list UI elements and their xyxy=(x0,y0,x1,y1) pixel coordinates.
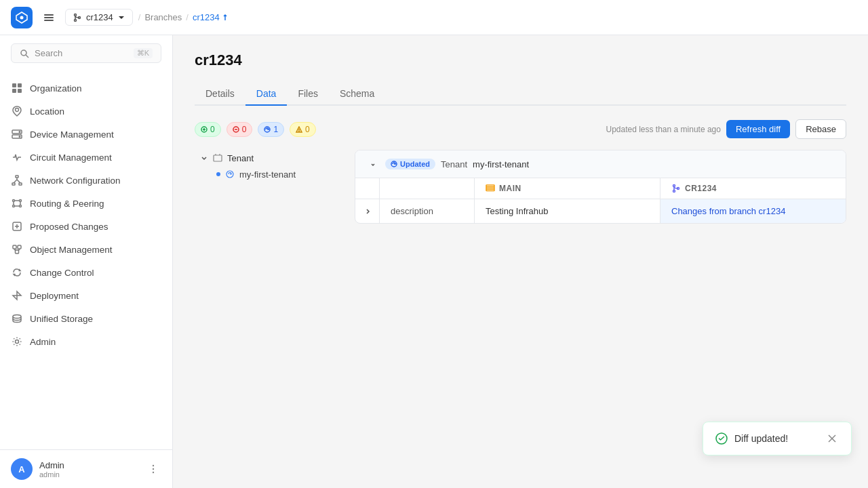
nav-icon-button[interactable] xyxy=(38,7,60,28)
object-icon xyxy=(11,243,23,256)
app-logo[interactable] xyxy=(11,7,33,28)
sidebar-user-section: A Admin admin xyxy=(0,449,172,488)
svg-rect-63 xyxy=(486,187,494,189)
svg-point-27 xyxy=(20,200,22,202)
svg-rect-37 xyxy=(13,245,16,249)
sidebar-item-location[interactable]: Location xyxy=(0,100,172,123)
svg-rect-13 xyxy=(12,89,16,93)
diff-expand-chevron[interactable] xyxy=(366,157,380,171)
diff-updated-badge: Updated xyxy=(385,159,435,169)
tab-data[interactable]: Data xyxy=(245,83,288,106)
sidebar-item-network-configuration[interactable]: Network Configuration xyxy=(0,169,172,192)
tab-schema[interactable]: Schema xyxy=(329,83,385,106)
svg-line-10 xyxy=(26,55,28,58)
svg-rect-3 xyxy=(44,17,54,18)
proposed-icon xyxy=(11,220,23,232)
sidebar-item-admin[interactable]: Admin xyxy=(0,330,172,353)
sidebar-item-object-management[interactable]: Object Management xyxy=(0,238,172,261)
sidebar-item-device-management[interactable]: Device Management xyxy=(0,123,172,146)
main-content: cr1234 Details Data Files Schema 0 0 1 xyxy=(173,35,868,488)
svg-line-25 xyxy=(17,180,20,183)
svg-rect-11 xyxy=(12,83,16,87)
search-placeholder: Search xyxy=(35,48,62,58)
svg-point-18 xyxy=(19,131,20,133)
svg-point-9 xyxy=(21,50,26,56)
row-branch-value: Changes from branch cr1234 xyxy=(660,199,846,223)
svg-point-6 xyxy=(75,19,77,21)
diff-tree: Tenant my-first-tenant xyxy=(195,150,344,224)
svg-point-56 xyxy=(299,131,300,131)
toast-message: Diff updated! xyxy=(734,433,788,444)
rebase-button[interactable]: Rebase xyxy=(795,119,846,139)
diff-col-main: main xyxy=(475,178,660,199)
breadcrumb-branches[interactable]: Branches xyxy=(144,12,182,22)
refresh-diff-button[interactable]: Refresh diff xyxy=(726,120,790,138)
badge-added: 0 xyxy=(195,122,221,137)
toast-notification: Diff updated! xyxy=(703,422,852,455)
toast-close-button[interactable] xyxy=(825,432,839,445)
svg-point-19 xyxy=(19,136,20,138)
svg-rect-57 xyxy=(214,155,222,161)
search-shortcut: ⌘K xyxy=(134,48,153,58)
tab-details[interactable]: Details xyxy=(195,83,245,106)
refresh-small-icon xyxy=(391,161,397,167)
circuit-icon xyxy=(11,151,23,163)
svg-rect-62 xyxy=(486,189,494,191)
stack-icon xyxy=(486,184,495,193)
row-expand-button[interactable] xyxy=(355,199,380,223)
diff-status-text: Updated less than a minute ago xyxy=(606,125,720,134)
sidebar-search-container: Search ⌘K xyxy=(0,35,172,71)
storage-icon xyxy=(11,312,23,325)
sidebar-item-change-control[interactable]: Change Control xyxy=(0,261,172,284)
sidebar-item-label: Object Management xyxy=(30,245,113,255)
sidebar-item-circuit-management[interactable]: Circuit Management xyxy=(0,146,172,169)
sidebar-item-unified-storage[interactable]: Unified Storage xyxy=(0,307,172,330)
user-name: Admin xyxy=(39,460,138,470)
diff-col-branch: cr1234 xyxy=(660,178,846,199)
sidebar-item-deployment[interactable]: Deployment xyxy=(0,284,172,307)
svg-point-65 xyxy=(673,185,675,187)
sidebar-item-label: Device Management xyxy=(30,129,114,140)
breadcrumb-current[interactable]: cr1234 xyxy=(193,12,231,22)
svg-rect-20 xyxy=(16,176,18,178)
sidebar-item-routing-peering[interactable]: Routing & Peering xyxy=(0,192,172,215)
tree-child-my-first-tenant[interactable]: my-first-tenant xyxy=(211,166,344,182)
main-layout: Search ⌘K Organization xyxy=(0,35,868,488)
branch-selector[interactable]: cr1234 xyxy=(65,9,133,26)
page-title: cr1234 xyxy=(195,52,846,69)
tab-bar: Details Data Files Schema xyxy=(195,83,846,106)
routing-icon xyxy=(11,197,23,209)
svg-rect-38 xyxy=(18,245,21,249)
tenant-instance-icon xyxy=(224,169,235,180)
grid-icon xyxy=(11,82,23,94)
svg-point-66 xyxy=(673,190,675,192)
svg-rect-4 xyxy=(44,20,54,21)
tab-files[interactable]: Files xyxy=(287,83,329,106)
topbar: cr1234 / Branches / cr1234 xyxy=(0,0,868,35)
branch-name: cr1234 xyxy=(86,12,113,22)
sidebar-item-label: Proposed Changes xyxy=(30,222,108,232)
sidebar-item-label: Circuit Management xyxy=(30,152,112,163)
svg-point-28 xyxy=(13,205,15,207)
badge-warning: 0 xyxy=(290,122,316,137)
user-info: Admin admin xyxy=(39,460,138,479)
deployment-icon xyxy=(11,289,23,302)
diff-toolbar: 0 0 1 0 Updated less than a minute ago R… xyxy=(195,119,846,139)
search-input[interactable]: Search ⌘K xyxy=(11,43,161,63)
svg-point-46 xyxy=(153,465,154,466)
svg-point-15 xyxy=(16,108,19,112)
toast-success-icon xyxy=(715,432,728,445)
tree-group-tenant[interactable]: Tenant xyxy=(195,150,344,166)
diff-area: Tenant my-first-tenant xyxy=(195,150,846,224)
sidebar-nav: Organization Location xyxy=(0,71,172,449)
sidebar-item-label: Organization xyxy=(30,83,82,94)
avatar: A xyxy=(11,458,33,480)
svg-rect-64 xyxy=(486,185,494,187)
row-field-label: description xyxy=(380,199,475,223)
diff-header-row: Updated Tenant my-first-tenant xyxy=(355,150,846,178)
sidebar: Search ⌘K Organization xyxy=(0,35,173,488)
sidebar-item-proposed-changes[interactable]: Proposed Changes xyxy=(0,215,172,238)
sidebar-item-organization[interactable]: Organization xyxy=(0,77,172,100)
expand-col xyxy=(355,178,380,199)
user-more-button[interactable] xyxy=(145,461,161,477)
